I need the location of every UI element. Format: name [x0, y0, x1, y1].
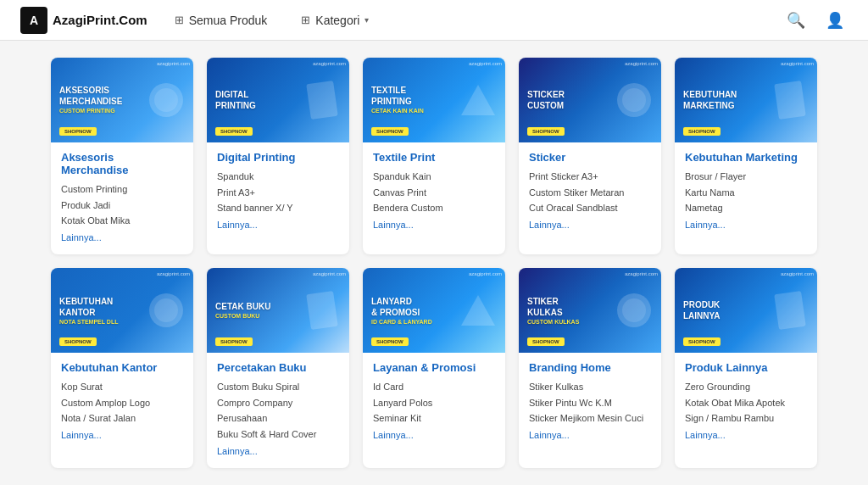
- product-card-image: PRODUKLAINNYA azagiprint.com SHOPNOW: [675, 268, 817, 353]
- product-card-branding-home[interactable]: STIKERKULKAS CUSTOM KULKAS azagiprint.co…: [519, 268, 661, 468]
- product-card-more-link[interactable]: Lainnya...: [61, 430, 102, 440]
- card-image-label: PRODUKLAINNYA: [683, 299, 721, 321]
- nav-semua-produk-label: Semua Produk: [189, 14, 268, 27]
- svg-rect-13: [774, 291, 806, 330]
- list-item: Sticker Mejikom Mesin Cuci: [529, 410, 651, 426]
- product-card-more-link[interactable]: Lainnya...: [217, 446, 258, 456]
- product-card-title: Textile Print: [373, 151, 495, 164]
- list-item: Lanyard Polos: [373, 395, 495, 411]
- svg-point-5: [622, 88, 646, 112]
- product-card-body: Layanan & Promosi Id CardLanyard PolosSe…: [363, 353, 505, 452]
- svg-rect-2: [306, 81, 338, 120]
- product-card-title: Percetakan Buku: [217, 361, 339, 374]
- list-item: Cut Oracal Sandblast: [529, 200, 651, 216]
- product-card-more-link[interactable]: Lainnya...: [685, 430, 726, 440]
- product-card-more-link[interactable]: Lainnya...: [685, 220, 726, 230]
- product-card-more-link[interactable]: Lainnya...: [373, 220, 414, 230]
- nav-semua-produk[interactable]: ⊞ Semua Produk: [168, 10, 275, 31]
- product-card-items: Custom PrintingProduk JadiKotak Obat Mik…: [61, 181, 183, 229]
- site-tag: azagiprint.com: [625, 61, 658, 66]
- card-image-decoration: [770, 285, 810, 336]
- header-actions: 🔍 👤: [783, 8, 848, 33]
- product-card-more-link[interactable]: Lainnya...: [61, 232, 102, 242]
- product-card-kebutuhan-marketing[interactable]: KEBUTUHANMARKETING azagiprint.com SHOPNO…: [675, 58, 817, 254]
- product-card-items: Print Sticker A3+Custom Stiker MetaranCu…: [529, 169, 651, 216]
- card-image-button[interactable]: SHOPNOW: [527, 337, 565, 346]
- header: A AzagiPrint.Com ⊞ Semua Produk ⊞ Katego…: [0, 0, 868, 41]
- list-item: Id Card: [373, 379, 495, 395]
- product-card-title: Kebutuhan Kantor: [61, 361, 183, 374]
- product-card-items: Kop SuratCustom Amplop LogoNota / Surat …: [61, 379, 183, 426]
- product-card-body: Kebutuhan Marketing Brosur / FlayerKartu…: [675, 142, 817, 242]
- product-card-kebutuhan-kantor[interactable]: KEBUTUHANKANTOR NOTA STEMPEL DLL azagipr…: [51, 268, 193, 468]
- list-item: Nota / Surat Jalan: [61, 410, 183, 426]
- card-image-button[interactable]: SHOPNOW: [59, 127, 97, 136]
- product-card-image: DIGITALPRINTING azagiprint.com SHOPNOW: [207, 58, 349, 142]
- card-image-label: KEBUTUHANMARKETING: [683, 89, 737, 111]
- list-item: Custom Amplop Logo: [61, 395, 183, 411]
- nav-kategori[interactable]: ⊞ Kategori ▾: [294, 10, 376, 31]
- product-card-more-link[interactable]: Lainnya...: [217, 220, 258, 230]
- product-card-items: Spanduk KainCanvas PrintBendera Custom: [373, 169, 495, 216]
- card-image-label: AKSESORISMERCHANDISE CUSTOM PRINTING: [59, 85, 122, 114]
- list-item: Stand banner X/ Y: [217, 200, 339, 216]
- list-item: Produk Jadi: [61, 198, 183, 214]
- product-card-textile-print[interactable]: TEXTILEPRINTING CETAK KAIN KAIN azagipri…: [363, 58, 505, 254]
- product-card-items: Stiker KulkasStiker Pintu Wc K.MSticker …: [529, 379, 651, 426]
- list-item: Kotak Obat Mika Apotek: [685, 395, 807, 411]
- nav-kategori-label: Kategori: [315, 14, 359, 27]
- list-item: Compro Company Perusahaan: [217, 395, 339, 426]
- product-card-body: Branding Home Stiker KulkasStiker Pintu …: [519, 353, 661, 452]
- product-card-image: STIKERKULKAS CUSTOM KULKAS azagiprint.co…: [519, 268, 661, 353]
- card-image-button[interactable]: SHOPNOW: [683, 337, 721, 346]
- card-image-label: CETAK BUKU CUSTOM BUKU: [215, 301, 270, 320]
- product-card-title: Branding Home: [529, 361, 651, 374]
- product-card-more-link[interactable]: Lainnya...: [529, 430, 570, 440]
- card-image-decoration: [302, 75, 342, 125]
- list-item: Stiker Kulkas: [529, 379, 651, 395]
- list-item: Seminar Kit: [373, 410, 495, 426]
- product-card-items: Custom Buku SpiralCompro Company Perusah…: [217, 379, 339, 443]
- product-card-more-link[interactable]: Lainnya...: [529, 220, 570, 230]
- site-tag: azagiprint.com: [313, 61, 346, 66]
- card-image-button[interactable]: SHOPNOW: [371, 337, 409, 346]
- logo[interactable]: A AzagiPrint.Com: [20, 7, 147, 34]
- product-card-percetakan-buku[interactable]: CETAK BUKU CUSTOM BUKU azagiprint.com SH…: [207, 268, 349, 468]
- list-item: Buku Soft & Hard Cover: [217, 426, 339, 443]
- site-tag: azagiprint.com: [469, 61, 502, 66]
- card-image-button[interactable]: SHOPNOW: [371, 127, 409, 136]
- product-card-title: Digital Printing: [217, 151, 339, 164]
- logo-text: AzagiPrint.Com: [53, 13, 147, 27]
- card-image-button[interactable]: SHOPNOW: [215, 337, 253, 346]
- list-item: Zero Grounding: [685, 379, 807, 395]
- list-item: Bendera Custom: [373, 200, 495, 216]
- card-image-button[interactable]: SHOPNOW: [59, 337, 97, 346]
- product-card-image: KEBUTUHANMARKETING azagiprint.com SHOPNO…: [675, 58, 817, 142]
- product-card-image: CETAK BUKU CUSTOM BUKU azagiprint.com SH…: [207, 268, 349, 353]
- account-icon[interactable]: 👤: [822, 8, 848, 33]
- search-icon[interactable]: 🔍: [783, 8, 809, 33]
- card-image-button[interactable]: SHOPNOW: [215, 127, 253, 136]
- card-image-decoration: [146, 285, 186, 336]
- card-image-button[interactable]: SHOPNOW: [683, 127, 721, 136]
- product-grid: AKSESORISMERCHANDISE CUSTOM PRINTING aza…: [51, 58, 817, 468]
- product-card-produk-lainnya[interactable]: PRODUKLAINNYA azagiprint.com SHOPNOW Pro…: [675, 268, 817, 468]
- list-item: Nametag: [685, 200, 807, 216]
- product-card-body: Aksesoris Merchandise Custom PrintingPro…: [51, 142, 193, 254]
- list-item: Custom Buku Spiral: [217, 379, 339, 395]
- product-card-aksesoris-merchandise[interactable]: AKSESORISMERCHANDISE CUSTOM PRINTING aza…: [51, 58, 193, 254]
- list-item: Print A3+: [217, 185, 339, 201]
- product-card-digital-printing[interactable]: DIGITALPRINTING azagiprint.com SHOPNOW D…: [207, 58, 349, 254]
- list-item: Kop Surat: [61, 379, 183, 395]
- site-tag: azagiprint.com: [157, 61, 190, 66]
- product-card-title: Kebutuhan Marketing: [685, 151, 807, 164]
- card-image-decoration: [146, 75, 186, 125]
- card-image-label: STIKERKULKAS CUSTOM KULKAS: [527, 296, 579, 326]
- product-card-title: Produk Lainnya: [685, 361, 807, 374]
- svg-marker-3: [461, 85, 495, 115]
- product-card-image: LANYARD& PROMOSI ID CARD & LANYARD azagi…: [363, 268, 505, 353]
- product-card-layanan-promosi[interactable]: LANYARD& PROMOSI ID CARD & LANYARD azagi…: [363, 268, 505, 468]
- product-card-more-link[interactable]: Lainnya...: [373, 430, 414, 440]
- card-image-button[interactable]: SHOPNOW: [527, 127, 565, 136]
- product-card-sticker[interactable]: STICKERCUSTOM azagiprint.com SHOPNOW Sti…: [519, 58, 661, 254]
